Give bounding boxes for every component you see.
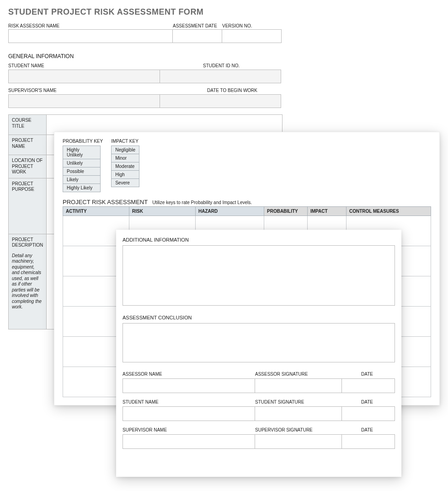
impact-key-item: Moderate [112, 162, 139, 171]
student-name-input[interactable] [8, 70, 160, 83]
label-row-2: SUPERVISOR'S NAME DATE TO BEGIN WORK [8, 88, 283, 94]
impact-key-item: Negligible [112, 146, 139, 154]
impact-key-label: IMPACT KEY [111, 139, 139, 144]
supervisor-name-input[interactable] [8, 94, 160, 108]
impact-key-item: Severe [112, 179, 139, 187]
supervisor-name-sig-input[interactable] [123, 434, 255, 449]
risk-assessment-header: PROJECT RISK ASSESSMENT Utilize keys to … [63, 199, 431, 205]
student-name-label: STUDENT NAME [8, 63, 44, 68]
location-label: LOCATION OF PROJECT WORK [9, 155, 47, 178]
purpose-label: PROJECT PURPOSE [9, 178, 47, 234]
top-row: RISK ASSESSOR NAME ASSESSMENT DATE VERSI… [8, 23, 283, 43]
form-title: STUDENT PROJECT RISK ASSESSMENT FORM [8, 7, 283, 17]
supervisor-signature-label: SUPERVISOR SIGNATURE [255, 427, 342, 432]
key-wrap: PROBABILITY KEY Highly Unlikely Unlikely… [63, 139, 431, 192]
page-3: ADDITIONAL INFORMATION ASSESSMENT CONCLU… [116, 230, 401, 477]
signature-row-supervisor: SUPERVISOR NAME SUPERVISOR SIGNATURE DAT… [123, 427, 395, 449]
col-control: CONTROL MEASURES [347, 207, 431, 216]
impact-key-table: Negligible Minor Moderate High Severe [111, 146, 139, 187]
risk-assessment-subheading: Utilize keys to rate Probability and Imp… [152, 200, 252, 205]
general-info-heading: GENERAL INFORMATION [8, 53, 283, 59]
col-probability: PROBABILITY [264, 207, 308, 216]
gen-row-1 [8, 70, 283, 83]
assessor-date-label: DATE [342, 372, 395, 377]
assessment-date-input[interactable] [173, 29, 222, 43]
impact-key-item: Minor [112, 154, 139, 162]
conclusion-input[interactable] [123, 323, 395, 362]
assessment-date-label: ASSESSMENT DATE [173, 23, 222, 28]
student-date-label: DATE [342, 399, 395, 405]
label-row-1: STUDENT NAME STUDENT ID NO. [8, 63, 283, 70]
probability-key-item: Possible [63, 167, 101, 176]
conclusion-label: ASSESSMENT CONCLUSION [123, 315, 395, 320]
student-name-sig-input[interactable] [123, 406, 255, 421]
probability-key-item: Highly Unlikely [63, 146, 101, 159]
assessor-date-input[interactable] [342, 378, 395, 393]
additional-info-input[interactable] [123, 245, 395, 306]
probability-key-label: PROBABILITY KEY [63, 139, 103, 144]
assessor-name-sig-input[interactable] [123, 378, 255, 393]
signature-row-student: STUDENT NAME STUDENT SIGNATURE DATE [123, 399, 395, 421]
version-no-input[interactable] [222, 29, 282, 43]
col-activity: ACTIVITY [63, 207, 129, 216]
course-title-label: COURSE TITLE [9, 115, 47, 135]
version-no-label: VERSION NO. [222, 23, 282, 28]
student-id-label: STUDENT ID NO. [203, 63, 240, 68]
student-signature-label: STUDENT SIGNATURE [255, 399, 342, 405]
col-risk: RISK [129, 207, 196, 216]
student-date-input[interactable] [342, 406, 395, 421]
supervisor-name-label-sig: SUPERVISOR NAME [123, 427, 255, 432]
supervisor-signature-input[interactable] [255, 434, 342, 449]
col-hazard: HAZARD [196, 207, 264, 216]
student-id-input[interactable] [160, 70, 281, 83]
supervisor-name-label: SUPERVISOR'S NAME [8, 88, 57, 93]
impact-key-item: High [112, 171, 139, 179]
date-begin-input[interactable] [160, 94, 281, 108]
probability-key-item: Unlikely [63, 159, 101, 167]
assessor-signature-input[interactable] [255, 378, 342, 393]
probability-key-item: Highly Likely [63, 184, 101, 192]
gen-row-2 [8, 94, 283, 108]
supervisor-date-label: DATE [342, 427, 395, 432]
signature-row-assessor: ASSESSOR NAME ASSESSOR SIGNATURE DATE [123, 372, 395, 393]
supervisor-date-input[interactable] [342, 434, 395, 449]
assessor-signature-label: ASSESSOR SIGNATURE [255, 372, 342, 377]
risk-assessment-heading: PROJECT RISK ASSESSMENT [63, 199, 148, 205]
student-name-label-sig: STUDENT NAME [123, 399, 255, 405]
description-label: PROJECT DESCRIPTION Detail any machinery… [9, 234, 47, 329]
description-help: Detail any machinery, equipment, and che… [12, 253, 43, 310]
assessor-name-label-sig: ASSESSOR NAME [123, 372, 255, 377]
student-signature-input[interactable] [255, 406, 342, 421]
project-name-label: PROJECT NAME [9, 135, 47, 155]
additional-info-label: ADDITIONAL INFORMATION [123, 237, 395, 243]
assessor-name-label: RISK ASSESSOR NAME [8, 23, 173, 28]
assessor-name-input[interactable] [8, 29, 173, 43]
probability-key-table: Highly Unlikely Unlikely Possible Likely… [63, 146, 101, 192]
probability-key-item: Likely [63, 176, 101, 184]
date-begin-label: DATE TO BEGIN WORK [207, 88, 257, 93]
col-impact: IMPACT [308, 207, 347, 216]
